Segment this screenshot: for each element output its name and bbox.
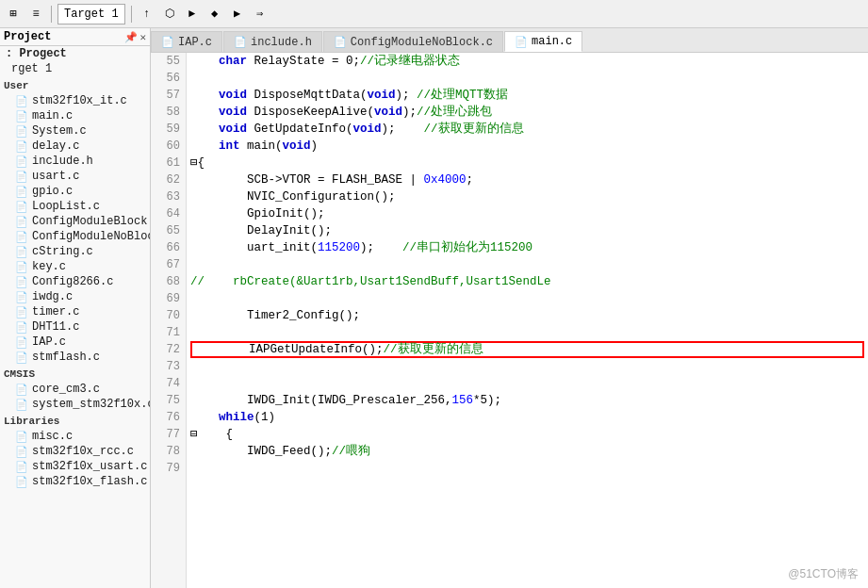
sidebar-item-core_cm3[interactable]: 📄core_cm3.c	[0, 382, 150, 397]
fn-58: DisposeKeepAlive(	[254, 104, 375, 121]
toolbar-icon-build[interactable]: ↑	[138, 5, 156, 24]
tab-configmodulenoblock[interactable]: 📄 ConfigModuleNoBlock.c	[323, 31, 503, 52]
code-line-74	[190, 375, 864, 392]
code-line-55: char RelayState = 0;//记录继电器状态	[190, 53, 864, 70]
file-icon: 📄	[15, 351, 28, 364]
toolbar-icon-2[interactable]: ≡	[26, 5, 45, 24]
kw-void2-58: void	[374, 104, 402, 121]
sidebar-item-system_stm32f10x[interactable]: 📄system_stm32f10x.c	[0, 397, 150, 412]
tab-main-icon: 📄	[515, 36, 528, 48]
sidebar-item-key[interactable]: 📄key.c	[0, 259, 150, 274]
ln-72: 72	[151, 341, 186, 358]
code-text-66a: uart_init(	[190, 239, 318, 256]
code-line-57: void DisposeMqttData(void); //处理MQTT数据	[190, 87, 864, 104]
sidebar-item-config8266[interactable]: 📄Config8266.c	[0, 274, 150, 289]
ln-69: 69	[151, 290, 186, 307]
kw-void2-57: void	[368, 87, 396, 104]
code-text-72: IAPGetUpdateInfo();	[192, 341, 384, 358]
toolbar-icon-more[interactable]: ⇒	[251, 5, 270, 24]
file-icon: 📄	[15, 171, 28, 183]
sidebar-item-iap[interactable]: 📄IAP.c	[0, 335, 150, 350]
tab-iap-label: IAP.c	[178, 36, 212, 49]
sidebar-item-iwdg[interactable]: 📄iwdg.c	[0, 289, 150, 304]
sidebar-item-system[interactable]: 📄System.c	[0, 123, 150, 139]
file-icon: 📄	[15, 291, 28, 303]
code-line-60: int main(void)	[190, 138, 864, 155]
file-icon: 📄	[15, 261, 28, 273]
code-line-75: IWDG_Init(IWDG_Prescaler_256,156*5);	[190, 392, 864, 409]
file-icon: 📄	[15, 446, 28, 458]
sidebar-item-main[interactable]: 📄main.c	[0, 108, 150, 123]
toolbar-icon-run[interactable]: ►	[183, 5, 202, 24]
sidebar-item-stmflash[interactable]: 📄stmflash.c	[0, 350, 150, 365]
code-line-67	[190, 256, 864, 273]
sidebar-item-flash[interactable]: 📄stm32f10x_flash.c	[0, 474, 150, 489]
sidebar-item-usart[interactable]: 📄usart.c	[0, 169, 150, 184]
num-62: 0x4000	[424, 172, 467, 188]
toolbar-separator-1	[51, 6, 52, 23]
code-text-76: (1)	[254, 409, 276, 426]
sidebar-title: Project	[4, 30, 51, 43]
sidebar-item-configmodulenoblock[interactable]: 📄ConfigModuleNoBlock.c	[0, 229, 150, 244]
sidebar-item-gpio[interactable]: 📄gpio.c	[0, 184, 150, 199]
toolbar-icon-debug[interactable]: ◆	[205, 5, 224, 24]
sidebar-item-configmoduleblock[interactable]: 📄ConfigModuleBlock.c	[0, 214, 150, 229]
sidebar-root-label: : Progect	[6, 47, 67, 60]
code-line-76: while(1)	[190, 409, 864, 426]
ln-67: 67	[151, 256, 186, 273]
sidebar-item-cstring[interactable]: 📄cString.c	[0, 244, 150, 259]
fn2-60: )	[311, 138, 319, 155]
kw-int-60: int	[190, 138, 247, 155]
tab-iap[interactable]: 📄 IAP.c	[151, 31, 222, 52]
file-icon: 📄	[15, 399, 28, 411]
sidebar-item-rcc[interactable]: 📄stm32f10x_rcc.c	[0, 444, 150, 459]
tab-main[interactable]: 📄 main.c	[504, 31, 582, 52]
ln-77: 77	[151, 426, 186, 443]
code-text-75a: IWDG_Init(IWDG_Prescaler_256,	[190, 392, 452, 409]
file-icon: 📄	[15, 321, 28, 334]
comment-58: //处理心跳包	[417, 104, 492, 121]
tabs-bar: 📄 IAP.c 📄 include.h 📄 ConfigModuleNoBloc…	[151, 28, 868, 53]
code-text-61: ⊟{	[190, 155, 205, 172]
sidebar-item-misc[interactable]: 📄misc.c	[0, 429, 150, 444]
ln-68: 68	[151, 273, 186, 290]
ln-76: 76	[151, 409, 186, 426]
toolbar-icon-1[interactable]: ⊞	[4, 5, 23, 24]
tab-include[interactable]: 📄 include.h	[223, 31, 322, 52]
sidebar-item-dht11[interactable]: 📄DHT11.c	[0, 319, 150, 335]
code-line-66: uart_init(115200); //串口初始化为115200	[190, 239, 864, 256]
ln-57: 57	[151, 87, 186, 104]
sidebar-item-delay[interactable]: 📄delay.c	[0, 139, 150, 154]
toolbar-target[interactable]: Target 1	[57, 4, 125, 24]
code-area[interactable]: 55 56 57 58 59 60 61 62 63 64 65 66 67 6…	[151, 53, 868, 588]
sidebar-pin-icon[interactable]: 📌	[124, 31, 138, 43]
watermark: @51CTO博客	[788, 566, 859, 582]
ln-78: 78	[151, 443, 186, 460]
sidebar-item-include[interactable]: 📄include.h	[0, 154, 150, 169]
kw-char: char	[190, 53, 254, 70]
code-text-64: GpioInit();	[190, 205, 325, 222]
code-text-78: IWDG_Feed();	[190, 443, 332, 460]
toolbar-icon-step[interactable]: ▶	[228, 5, 247, 24]
sidebar-item-looplist[interactable]: 📄LoopList.c	[0, 199, 150, 214]
sidebar-close-icon[interactable]: ✕	[139, 31, 146, 43]
file-icon: 📄	[15, 125, 28, 138]
kw-void-57: void	[190, 87, 254, 104]
sidebar-item-stm32f10x_it[interactable]: 📄stm32f10x_it.c	[0, 93, 150, 108]
file-icon: 📄	[15, 461, 28, 473]
file-icon: 📄	[15, 276, 28, 288]
sidebar-target[interactable]: rget 1	[0, 61, 150, 76]
code-line-68: // rbCreate(&Uart1rb,Usart1SendBuff,Usar…	[190, 273, 864, 290]
code-text-70: Timer2_Config();	[190, 307, 360, 324]
ln-63: 63	[151, 188, 186, 205]
fn2-57: );	[396, 87, 410, 104]
fn2-59: );	[382, 121, 396, 138]
sidebar-root[interactable]: : Progect	[0, 46, 150, 61]
toolbar-icon-rebuild[interactable]: ⬡	[160, 5, 179, 24]
tab-include-label: include.h	[251, 36, 312, 49]
ln-56: 56	[151, 70, 186, 87]
sidebar-item-usart2[interactable]: 📄stm32f10x_usart.c	[0, 459, 150, 474]
code-text: RelayState = 0;	[254, 53, 361, 70]
ln-58: 58	[151, 104, 186, 121]
sidebar-item-timer[interactable]: 📄timer.c	[0, 304, 150, 319]
